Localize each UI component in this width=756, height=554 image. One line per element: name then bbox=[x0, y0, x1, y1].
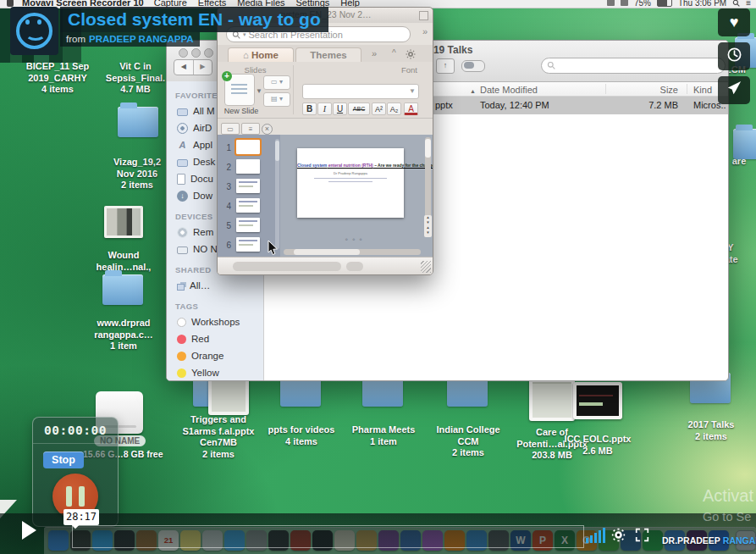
video-title[interactable]: Closed system EN - way to go bbox=[60, 7, 328, 32]
apple-menu-icon[interactable] bbox=[7, 0, 14, 7]
collapse-ribbon-icon[interactable]: ^ bbox=[392, 48, 396, 58]
format-b-button[interactable]: B bbox=[302, 102, 317, 115]
back-icon[interactable]: ◀ bbox=[174, 60, 194, 75]
volume-control[interactable] bbox=[586, 528, 605, 543]
image-file-icon-wound[interactable] bbox=[104, 206, 143, 238]
sidebar-item-label: Yellow bbox=[191, 368, 219, 378]
folder-icon-vizag[interactable] bbox=[118, 107, 158, 137]
resize-grip[interactable] bbox=[421, 261, 431, 273]
tag-icon bbox=[177, 368, 186, 378]
airdrop-icon bbox=[177, 123, 188, 134]
sidebar-item-label: Docu bbox=[190, 174, 213, 184]
sidebar-item-label: Orange bbox=[191, 351, 223, 361]
finder-nav-buttons[interactable]: ◀▶ bbox=[174, 59, 212, 75]
slide-title: Closed system enteral nutrition (RTH) – … bbox=[297, 163, 404, 168]
font-name-select[interactable]: ▼ bbox=[302, 84, 419, 99]
slide-thumbnail-5[interactable] bbox=[236, 218, 260, 232]
like-button[interactable]: ♥ bbox=[718, 8, 750, 36]
column-kind[interactable]: Kind bbox=[693, 83, 712, 97]
slide-thumbnail-1[interactable] bbox=[236, 140, 260, 154]
plus-icon: + bbox=[222, 71, 232, 81]
format-u-button[interactable]: U bbox=[333, 102, 347, 115]
powerpoint-statusbar bbox=[218, 257, 433, 275]
share-icon[interactable]: ↑ bbox=[436, 58, 455, 74]
font-group-label: Font bbox=[401, 65, 417, 75]
powerpoint-window[interactable]: system EN_23 Nov 2… ▾ Search in Presenta… bbox=[217, 7, 433, 275]
sidebar-item-red[interactable]: Red bbox=[167, 330, 263, 347]
gear-icon[interactable] bbox=[406, 47, 416, 63]
spotlight-icon[interactable] bbox=[732, 0, 740, 7]
format-a--button[interactable]: A₂ bbox=[387, 102, 401, 115]
format-i-button[interactable]: I bbox=[317, 102, 332, 115]
column-size[interactable]: Size bbox=[619, 83, 678, 97]
pptx-file-icon-icc[interactable] bbox=[573, 382, 622, 419]
slide-number: 3 bbox=[218, 182, 231, 191]
format-a--button[interactable]: A² bbox=[372, 102, 386, 115]
slide-panel-header: ▭≡× bbox=[221, 119, 289, 133]
toolbar-overflow-icon[interactable]: » bbox=[422, 26, 428, 36]
slide-layout-button[interactable]: ▭ ▾ bbox=[263, 75, 290, 90]
slide-canvas[interactable]: Closed system enteral nutrition (RTH) – … bbox=[297, 148, 404, 218]
slide-section-button[interactable]: ▤ ▾ bbox=[263, 92, 290, 107]
tag-icon bbox=[177, 335, 186, 344]
watch-later-button[interactable] bbox=[718, 42, 750, 70]
share-button[interactable] bbox=[718, 76, 750, 104]
sidebar-item-yellow[interactable]: Yellow bbox=[167, 364, 263, 380]
close-panel-icon[interactable]: × bbox=[262, 124, 273, 135]
format-abc-button[interactable]: ABC bbox=[348, 102, 370, 115]
search-icon bbox=[547, 61, 555, 69]
clock-icon bbox=[726, 47, 742, 67]
slide-thumbnail-2[interactable] bbox=[236, 159, 260, 174]
finder-search-input[interactable] bbox=[541, 58, 726, 74]
sidebar-item-workshops[interactable]: Workshops bbox=[167, 313, 263, 330]
new-slide-caret[interactable]: ▼ bbox=[256, 87, 262, 95]
stop-recording-button[interactable]: Stop bbox=[43, 452, 84, 468]
tag-toggle-icon[interactable] bbox=[461, 60, 485, 72]
slide-editor-area[interactable]: Closed system enteral nutrition (RTH) – … bbox=[280, 135, 433, 257]
desktop-icon-label-icc[interactable]: ICC EOLC.pptx2.6 MB bbox=[543, 434, 653, 457]
slide-author: Dr Pradeep Rangappa bbox=[297, 171, 404, 175]
slide-thumbnail-panel[interactable]: 123456 bbox=[218, 135, 281, 257]
folder-icon-edge2[interactable] bbox=[733, 129, 756, 159]
folder-icon-www[interactable] bbox=[102, 274, 143, 305]
sidebar-item-label: Dow bbox=[193, 191, 212, 201]
sidebar-item-all-[interactable]: All… bbox=[167, 277, 263, 294]
progress-bar[interactable] bbox=[72, 525, 584, 548]
slide-thumbnail-4[interactable] bbox=[236, 198, 260, 213]
display-menu-icon[interactable] bbox=[607, 0, 615, 6]
volume-menu-icon[interactable] bbox=[621, 0, 628, 6]
slide-number: 6 bbox=[218, 241, 231, 250]
video-byline: fromPRADEEP RANGAPPA bbox=[60, 32, 200, 47]
sidebar-item-label: All M bbox=[193, 106, 215, 116]
pptx-file-icon-careof[interactable] bbox=[529, 379, 575, 421]
menubar-clock[interactable]: Thu 3:06 PM bbox=[678, 0, 726, 8]
desktop-icon-label-wound[interactable]: Woundhealin…nal., bbox=[69, 250, 179, 273]
ribbon-tabs: » ^ ⌂HomeThemes bbox=[218, 45, 433, 63]
notification-center-icon[interactable]: ≡ bbox=[746, 0, 751, 8]
desktop-icon-label-talks2017[interactable]: 2017 Talks2 items bbox=[656, 419, 756, 442]
new-slide-button[interactable]: + bbox=[224, 74, 255, 106]
sidebar-item-orange[interactable]: Orange bbox=[167, 347, 263, 364]
outline-view-icon[interactable]: ≡ bbox=[241, 123, 260, 135]
applications-icon: A bbox=[177, 140, 188, 151]
settings-gear-icon[interactable] bbox=[611, 528, 626, 546]
tab-themes[interactable]: Themes bbox=[295, 47, 361, 62]
fullscreen-icon[interactable] bbox=[635, 528, 649, 546]
tab-home[interactable]: ⌂Home bbox=[228, 47, 294, 62]
font-color-button[interactable]: A bbox=[404, 102, 418, 115]
column-date-modified[interactable]: Date Modified bbox=[480, 83, 538, 97]
uploader-name-link[interactable]: PRADEEP RANGAPPA bbox=[89, 34, 194, 44]
expand-window-icon[interactable] bbox=[419, 11, 428, 20]
desktop-icon-label-www[interactable]: www.drpradrangappa.c…1 item bbox=[69, 318, 179, 352]
uploader-avatar[interactable] bbox=[10, 7, 58, 55]
slide-thumbnail-6[interactable] bbox=[236, 237, 260, 252]
forward-icon[interactable]: ▶ bbox=[194, 60, 212, 75]
slides-view-icon[interactable]: ▭ bbox=[221, 123, 240, 135]
slide-thumbnail-3[interactable] bbox=[236, 179, 260, 193]
tabs-overflow-icon[interactable]: » bbox=[372, 48, 377, 58]
slide-number: 5 bbox=[218, 221, 231, 230]
slide-number: 4 bbox=[218, 202, 231, 211]
heart-icon: ♥ bbox=[730, 14, 739, 31]
page-navigation-arrows[interactable]: ▲▼▲▼ bbox=[424, 215, 432, 237]
play-button[interactable] bbox=[22, 521, 36, 540]
